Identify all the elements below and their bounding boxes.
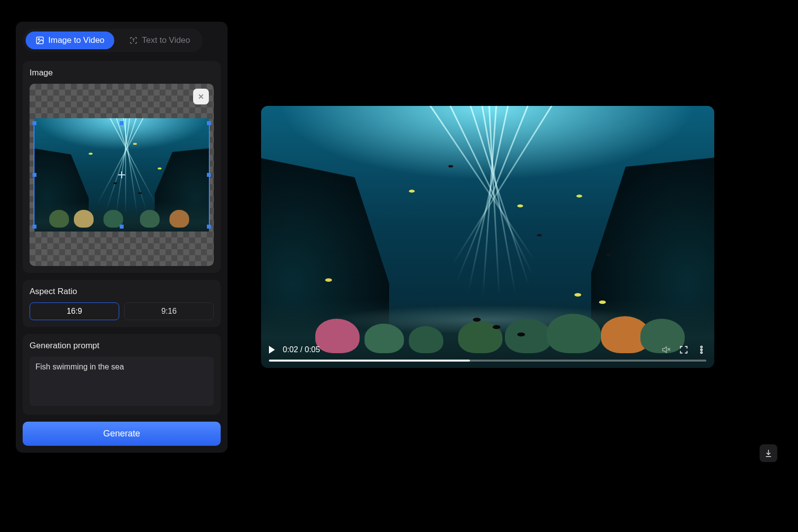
download-icon	[764, 449, 773, 458]
svg-point-5	[700, 349, 702, 350]
crop-handle[interactable]	[207, 173, 211, 177]
video-progress-bar[interactable]	[269, 360, 706, 362]
aspect-ratio-card: Aspect Ratio 16:9 9:16	[23, 280, 221, 327]
tab-label: Image to Video	[48, 35, 104, 45]
text-frame-icon	[129, 36, 138, 45]
image-card: Image	[23, 61, 221, 273]
remove-image-button[interactable]	[193, 89, 209, 104]
generate-button[interactable]: Generate	[23, 422, 221, 446]
fullscreen-button[interactable]	[679, 345, 689, 355]
tab-label: Text to Video	[142, 35, 190, 45]
video-progress-fill	[269, 360, 470, 362]
crop-handle[interactable]	[207, 121, 211, 125]
generation-prompt-input[interactable]	[30, 357, 214, 406]
aspect-ratio-title: Aspect Ratio	[30, 287, 214, 297]
crop-region[interactable]	[33, 122, 210, 228]
close-icon	[197, 93, 205, 100]
crop-handle[interactable]	[33, 121, 36, 125]
video-time-label: 0:02 / 0:05	[283, 345, 320, 354]
image-icon	[35, 36, 44, 45]
image-card-title: Image	[30, 68, 214, 78]
tab-text-to-video[interactable]: Text to Video	[119, 32, 200, 49]
mute-button[interactable]	[661, 345, 671, 355]
play-button[interactable]	[269, 346, 275, 354]
video-frame	[261, 106, 714, 368]
aspect-ratio-16-9[interactable]: 16:9	[30, 302, 119, 320]
crop-handle[interactable]	[33, 173, 36, 177]
tab-image-to-video[interactable]: Image to Video	[26, 32, 114, 49]
aspect-ratio-9-16[interactable]: 9:16	[124, 302, 214, 320]
mode-tabs: Image to Video Text to Video	[23, 29, 203, 52]
crop-handle[interactable]	[120, 121, 124, 125]
download-button[interactable]	[760, 444, 777, 462]
prompt-title: Generation prompt	[30, 341, 214, 351]
svg-point-1	[38, 38, 39, 40]
image-crop-area[interactable]	[30, 84, 214, 266]
video-preview[interactable]: 0:02 / 0:05	[261, 106, 714, 368]
crop-handle[interactable]	[207, 225, 211, 229]
svg-point-4	[700, 346, 702, 348]
video-controls: 0:02 / 0:05	[261, 340, 714, 368]
crop-handle[interactable]	[120, 225, 124, 229]
more-options-button[interactable]	[697, 345, 706, 355]
prompt-card: Generation prompt	[23, 334, 221, 415]
settings-sidebar: Image to Video Text to Video Image	[16, 22, 228, 453]
crop-handle[interactable]	[33, 225, 36, 229]
svg-point-6	[700, 352, 702, 353]
crop-center-indicator	[118, 171, 125, 178]
